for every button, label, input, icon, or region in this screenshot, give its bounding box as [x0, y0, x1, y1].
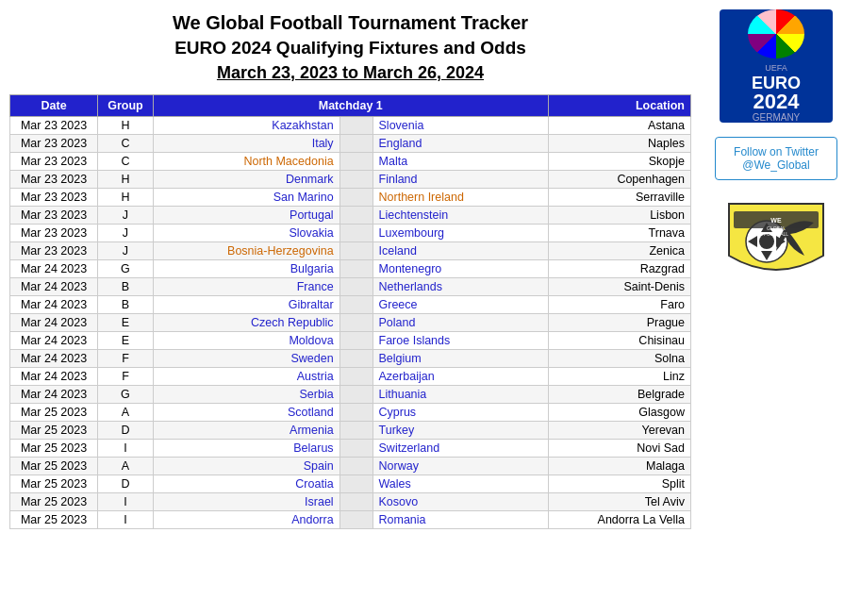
fixtures-table: Date Group Matchday 1 Location Mar 23 20…	[9, 94, 691, 529]
cell-location: Yerevan	[548, 421, 690, 439]
cell-group: C	[98, 152, 154, 170]
cell-date: Mar 24 2023	[10, 259, 98, 277]
cell-group: H	[98, 170, 154, 188]
cell-group: F	[98, 349, 154, 367]
cell-date: Mar 24 2023	[10, 385, 98, 403]
page-header: We Global Football Tournament Tracker EU…	[9, 9, 691, 85]
col-header-location: Location	[548, 94, 690, 116]
cell-away: Finland	[373, 170, 548, 188]
svg-text:FOOTBALL: FOOTBALL	[764, 231, 788, 237]
euro-logo: UEFA EURO 2024 GERMANY	[720, 9, 833, 123]
cell-date: Mar 25 2023	[10, 474, 98, 492]
cell-location: Skopje	[548, 152, 690, 170]
cell-home: Armenia	[153, 421, 339, 439]
cell-location: Saint-Denis	[548, 277, 690, 295]
cell-vs	[339, 385, 373, 403]
cell-date: Mar 24 2023	[10, 349, 98, 367]
cell-away: Iceland	[373, 241, 548, 259]
table-row: Mar 23 2023 J Portugal Liechtenstein Lis…	[10, 206, 691, 224]
cell-group: F	[98, 367, 154, 385]
cell-group: C	[98, 134, 154, 152]
cell-away: Switzerland	[373, 439, 548, 457]
table-row: Mar 24 2023 B France Netherlands Saint-D…	[10, 277, 691, 295]
cell-away: Wales	[373, 474, 548, 492]
cell-location: Lisbon	[548, 206, 690, 224]
cell-group: J	[98, 241, 154, 259]
cell-vs	[339, 331, 373, 349]
cell-vs	[339, 188, 373, 206]
cell-group: D	[98, 474, 154, 492]
cell-date: Mar 23 2023	[10, 206, 98, 224]
cell-group: J	[98, 224, 154, 241]
table-row: Mar 25 2023 A Scotland Cyprus Glasgow	[10, 403, 691, 421]
cell-away: Faroe Islands	[373, 331, 548, 349]
cell-location: Prague	[548, 313, 690, 331]
cell-vs	[339, 206, 373, 224]
cell-date: Mar 24 2023	[10, 295, 98, 313]
cell-home: Belarus	[153, 439, 339, 457]
cell-location: Belgrade	[548, 385, 690, 403]
cell-away: Poland	[373, 313, 548, 331]
cell-date: Mar 24 2023	[10, 313, 98, 331]
cell-date: Mar 23 2023	[10, 134, 98, 152]
cell-location: Split	[548, 474, 690, 492]
twitter-follow-link[interactable]: Follow on Twitter	[727, 145, 825, 158]
cell-location: Andorra La Vella	[548, 510, 690, 528]
cell-vs	[339, 474, 373, 492]
cell-away: Azerbaijan	[373, 367, 548, 385]
table-row: Mar 25 2023 D Armenia Turkey Yerevan	[10, 421, 691, 439]
cell-vs	[339, 116, 373, 134]
cell-away: Greece	[373, 295, 548, 313]
cell-group: G	[98, 259, 154, 277]
right-panel: UEFA EURO 2024 GERMANY Follow on Twitter…	[701, 9, 852, 529]
cell-date: Mar 25 2023	[10, 492, 98, 510]
cell-home: Moldova	[153, 331, 339, 349]
cell-location: Solna	[548, 349, 690, 367]
cell-date: Mar 25 2023	[10, 403, 98, 421]
cell-home: France	[153, 277, 339, 295]
cell-vs	[339, 403, 373, 421]
twitter-handle-link[interactable]: @We_Global	[727, 158, 825, 172]
table-row: Mar 25 2023 I Belarus Switzerland Novi S…	[10, 439, 691, 457]
cell-home: Denmark	[153, 170, 339, 188]
cell-away: Turkey	[373, 421, 548, 439]
cell-home: Serbia	[153, 385, 339, 403]
cell-location: Malaga	[548, 457, 690, 474]
cell-home: Bulgaria	[153, 259, 339, 277]
cell-home: Kazakhstan	[153, 116, 339, 134]
table-row: Mar 23 2023 H Kazakhstan Slovenia Astana	[10, 116, 691, 134]
cell-away: Romania	[373, 510, 548, 528]
cell-home: Austria	[153, 367, 339, 385]
cell-vs	[339, 224, 373, 241]
cell-group: A	[98, 457, 154, 474]
cell-location: Naples	[548, 134, 690, 152]
cell-location: Copenhagen	[548, 170, 690, 188]
cell-vs	[339, 259, 373, 277]
cell-date: Mar 23 2023	[10, 224, 98, 241]
cell-group: E	[98, 331, 154, 349]
uefa-label: UEFA	[765, 63, 787, 73]
cell-away: Northern Ireland	[373, 188, 548, 206]
cell-home: Andorra	[153, 510, 339, 528]
table-row: Mar 23 2023 C North Macedonia Malta Skop…	[10, 152, 691, 170]
cell-location: Trnava	[548, 224, 690, 241]
table-row: Mar 24 2023 F Austria Azerbaijan Linz	[10, 367, 691, 385]
cell-location: Linz	[548, 367, 690, 385]
cell-group: B	[98, 295, 154, 313]
cell-vs	[339, 457, 373, 474]
table-row: Mar 23 2023 H Denmark Finland Copenhagen	[10, 170, 691, 188]
cell-away: Cyprus	[373, 403, 548, 421]
cell-date: Mar 24 2023	[10, 277, 98, 295]
table-row: Mar 24 2023 E Czech Republic Poland Prag…	[10, 313, 691, 331]
cell-group: I	[98, 510, 154, 528]
cell-vs	[339, 510, 373, 528]
twitter-box[interactable]: Follow on Twitter @We_Global	[715, 137, 837, 180]
cell-home: Czech Republic	[153, 313, 339, 331]
cell-vs	[339, 170, 373, 188]
cell-date: Mar 25 2023	[10, 510, 98, 528]
cell-home: Slovakia	[153, 224, 339, 241]
table-row: Mar 25 2023 I Andorra Romania Andorra La…	[10, 510, 691, 528]
cell-away: Liechtenstein	[373, 206, 548, 224]
table-row: Mar 25 2023 D Croatia Wales Split	[10, 474, 691, 492]
cell-vs	[339, 367, 373, 385]
